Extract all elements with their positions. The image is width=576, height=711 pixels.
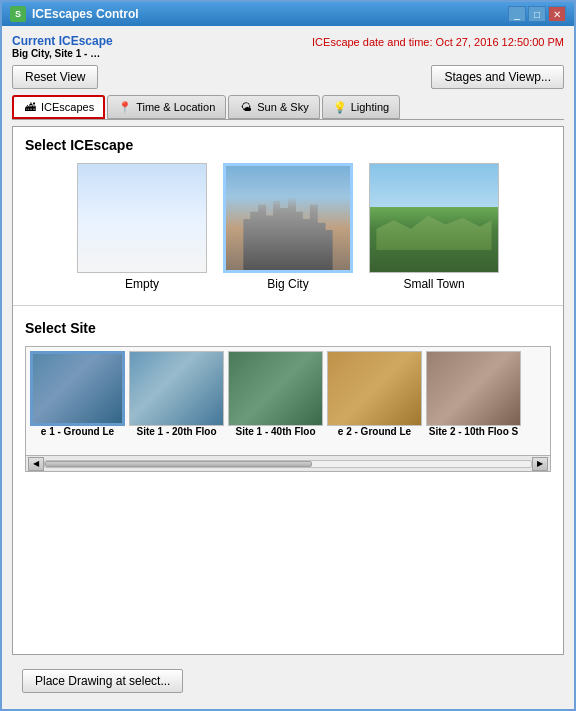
select-site-section: Select Site e 1 - Ground Le <box>13 310 563 478</box>
s2-ground-scene <box>328 352 421 425</box>
time-location-icon: 📍 <box>118 100 132 114</box>
sites-inner: e 1 - Ground Le Site 1 - 20th Floo <box>26 347 525 455</box>
s1-ground-label: e 1 - Ground Le <box>41 426 114 437</box>
sites-scroll-area[interactable]: e 1 - Ground Le Site 1 - 20th Floo <box>25 346 551 456</box>
scroll-left-button[interactable]: ◀ <box>28 457 44 471</box>
tab-sun-sky[interactable]: 🌤 Sun & Sky <box>228 95 319 119</box>
s1-ground-thumbnail <box>30 351 125 426</box>
s1-20th-scene <box>130 352 223 425</box>
smalltown-scene <box>370 164 498 272</box>
site-item-s2-10th[interactable]: Site 2 - 10th Floo S <box>426 351 521 437</box>
content-area: Current ICEscape Big City, Site 1 - Grou… <box>2 26 574 709</box>
select-iceescape-title: Select ICEscape <box>25 137 551 153</box>
tab-lighting[interactable]: 💡 Lighting <box>322 95 401 119</box>
datetime-label: ICEscape date and time: <box>312 36 432 48</box>
sun-sky-icon: 🌤 <box>239 100 253 114</box>
iceescape-item-empty[interactable]: Empty <box>77 163 207 291</box>
icescapes-icon: 🏙 <box>23 100 37 114</box>
stages-viewp-button[interactable]: Stages and Viewp... <box>431 65 564 89</box>
main-window: S ICEscapes Control _ □ ✕ Current ICEsca… <box>0 0 576 711</box>
horizontal-scrollbar[interactable]: ◀ ▶ <box>25 456 551 472</box>
minimize-button[interactable]: _ <box>508 6 526 22</box>
s1-40th-scene <box>229 352 322 425</box>
tabs-row: 🏙 ICEscapes 📍 Time & Location 🌤 Sun & Sk… <box>12 95 564 120</box>
info-row: Current ICEscape Big City, Site 1 - Grou… <box>12 34 564 59</box>
tab-sun-sky-label: Sun & Sky <box>257 101 308 113</box>
site-name: Big City, Site 1 - Ground Level <box>12 48 107 59</box>
reset-view-button[interactable]: Reset View <box>12 65 98 89</box>
bigcity-label: Big City <box>267 277 308 291</box>
select-site-title: Select Site <box>25 320 551 336</box>
button-row: Reset View Stages and Viewp... <box>12 65 564 89</box>
bigcity-thumbnail <box>223 163 353 273</box>
lighting-icon: 💡 <box>333 100 347 114</box>
maximize-button[interactable]: □ <box>528 6 546 22</box>
empty-label: Empty <box>125 277 159 291</box>
empty-thumbnail <box>77 163 207 273</box>
s2-10th-label: Site 2 - 10th Floo S <box>429 426 518 437</box>
bigcity-scene <box>226 166 350 270</box>
select-iceescape-section: Select ICEscape Empty Big City <box>13 127 563 301</box>
smalltown-thumbnail <box>369 163 499 273</box>
window-title: ICEscapes Control <box>32 7 139 21</box>
iceescape-item-bigcity[interactable]: Big City <box>223 163 353 291</box>
site-item-s1-ground[interactable]: e 1 - Ground Le <box>30 351 125 437</box>
bottom-area: Place Drawing at select... <box>12 661 564 701</box>
iceescape-item-smalltown[interactable]: Small Town <box>369 163 499 291</box>
s2-10th-thumbnail <box>426 351 521 426</box>
s1-ground-scene <box>33 354 122 423</box>
current-label: Current ICEscape <box>12 34 113 48</box>
s1-20th-thumbnail <box>129 351 224 426</box>
section-divider <box>13 305 563 306</box>
tab-time-location-label: Time & Location <box>136 101 215 113</box>
title-bar-left: S ICEscapes Control <box>10 6 139 22</box>
site-item-s1-20th[interactable]: Site 1 - 20th Floo <box>129 351 224 437</box>
tab-icescapes[interactable]: 🏙 ICEscapes <box>12 95 105 119</box>
s1-40th-label: Site 1 - 40th Floo <box>235 426 315 437</box>
empty-scene <box>78 164 206 272</box>
scrollbar-track[interactable] <box>44 460 532 468</box>
smalltown-label: Small Town <box>403 277 464 291</box>
s1-40th-thumbnail <box>228 351 323 426</box>
site-item-s1-40th[interactable]: Site 1 - 40th Floo <box>228 351 323 437</box>
app-icon: S <box>10 6 26 22</box>
s1-20th-label: Site 1 - 20th Floo <box>136 426 216 437</box>
scrollbar-thumb[interactable] <box>45 461 312 467</box>
s2-ground-thumbnail <box>327 351 422 426</box>
datetime-value: Oct 27, 2016 12:50:00 PM <box>436 36 564 48</box>
window-controls: _ □ ✕ <box>508 6 566 22</box>
s2-ground-label: e 2 - Ground Le <box>338 426 411 437</box>
iceescape-thumbnails: Empty Big City Small Town <box>25 163 551 291</box>
place-drawing-button[interactable]: Place Drawing at select... <box>22 669 183 693</box>
datetime-info: ICEscape date and time: Oct 27, 2016 12:… <box>312 34 564 48</box>
tab-lighting-label: Lighting <box>351 101 390 113</box>
title-bar: S ICEscapes Control _ □ ✕ <box>2 2 574 26</box>
main-panel: Select ICEscape Empty Big City <box>12 126 564 655</box>
s2-10th-scene <box>427 352 520 425</box>
tab-time-location[interactable]: 📍 Time & Location <box>107 95 226 119</box>
current-escape-info: Current ICEscape Big City, Site 1 - Grou… <box>12 34 113 59</box>
close-button[interactable]: ✕ <box>548 6 566 22</box>
scroll-right-button[interactable]: ▶ <box>532 457 548 471</box>
site-item-s2-ground[interactable]: e 2 - Ground Le <box>327 351 422 437</box>
tab-icescapes-label: ICEscapes <box>41 101 94 113</box>
